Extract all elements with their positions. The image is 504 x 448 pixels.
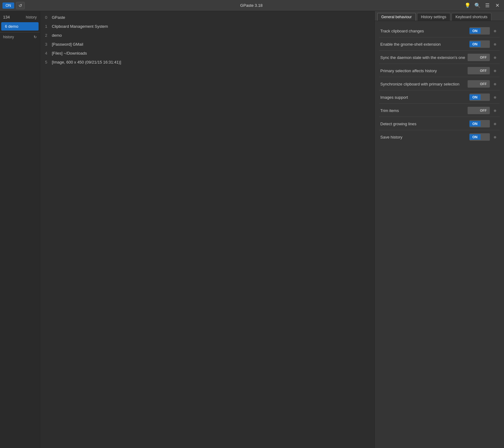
toggle-off-btn-primary-selection[interactable]: OFF (477, 68, 490, 73)
toggle-enable-extension[interactable]: ON (469, 40, 490, 48)
item-text: [Files] ~/Downloads (52, 51, 87, 56)
reset-sync-primary[interactable]: ● (492, 81, 498, 87)
setting-controls-trim-items: OFF● (468, 107, 498, 114)
sidebar-active-label: demo (8, 24, 19, 29)
content-area: 0GPaste1Clipboard Management System2demo… (40, 11, 504, 448)
toggle-trim-items[interactable]: OFF (468, 107, 490, 114)
reset-trim-items[interactable]: ● (492, 107, 498, 114)
item-text: [Password] GMail (52, 42, 83, 47)
toggle-sync-daemon[interactable]: OFF (468, 54, 490, 61)
toggle-detect-growing[interactable]: ON (469, 120, 490, 127)
setting-controls-detect-growing: ON● (469, 120, 499, 127)
toggle-on-track-clipboard[interactable]: ON (469, 28, 481, 34)
item-index: 5 (45, 60, 49, 64)
on-button[interactable]: ON (2, 2, 14, 9)
lightbulb-icon: 💡 (465, 2, 471, 8)
item-index: 1 (45, 24, 49, 29)
toggle-off-btn-sync-daemon[interactable]: OFF (477, 55, 490, 60)
sidebar-divider (0, 32, 40, 32)
setting-controls-images-support: ON● (469, 93, 499, 101)
setting-label-save-history: Save history (380, 135, 403, 139)
setting-row-save-history: Save historyON● (379, 131, 500, 143)
setting-controls-enable-extension: ON● (469, 40, 499, 48)
sidebar: 134 history 6 demo history ↻ (0, 11, 40, 448)
setting-row-sync-daemon: Sync the daemon state with the extension… (379, 51, 500, 64)
toggle-on-enable-extension[interactable]: ON (469, 41, 481, 47)
setting-row-enable-extension: Enable the gnome-shell extensionON● (379, 38, 500, 51)
setting-label-sync-primary: Synchronize clipboard with primary selec… (380, 82, 460, 86)
tab-history[interactable]: History settings (417, 13, 450, 21)
reset-primary-selection[interactable]: ● (492, 67, 498, 74)
toggle-track-clipboard[interactable]: ON (469, 27, 490, 35)
toggle-sync-primary[interactable]: OFF (468, 80, 490, 88)
refresh-icon: ↺ (19, 3, 22, 8)
settings-body: Track clipboard changesON●Enable the gno… (375, 21, 504, 147)
tab-keyboard[interactable]: Keyboard shortcuts (452, 13, 491, 21)
titlebar-left: ON ↺ (2, 2, 39, 9)
search-button[interactable]: 🔍 (473, 1, 482, 10)
history-label: history (26, 15, 37, 19)
setting-row-sync-primary: Synchronize clipboard with primary selec… (379, 78, 500, 90)
item-text: demo (52, 33, 62, 38)
titlebar-right: 💡 🔍 ☰ ✕ (463, 1, 502, 10)
sidebar-header: 134 history (0, 12, 40, 22)
tab-general[interactable]: General behaviour (377, 13, 416, 21)
setting-row-trim-items: Trim itemsOFF● (379, 104, 500, 117)
reset-track-clipboard[interactable]: ● (492, 27, 498, 34)
refresh-button[interactable]: ↺ (16, 2, 25, 9)
toggle-on-detect-growing[interactable]: ON (469, 121, 481, 127)
item-index: 4 (45, 51, 49, 56)
titlebar: ON ↺ GPaste 3.18 💡 🔍 ☰ ✕ (0, 0, 504, 11)
item-text: Clipboard Management System (52, 24, 108, 29)
sidebar-history-label: history (3, 35, 14, 39)
settings-tabs: General behaviour History settings Keybo… (375, 11, 504, 21)
history-count: 134 (3, 15, 10, 19)
toggle-off-btn-sync-primary[interactable]: OFF (477, 81, 490, 87)
setting-row-track-clipboard: Track clipboard changesON● (379, 25, 500, 37)
close-icon: ✕ (495, 2, 499, 8)
setting-controls-primary-selection: OFF● (468, 67, 498, 74)
setting-row-primary-selection: Primary selection affects historyOFF● (379, 64, 500, 77)
settings-panel: General behaviour History settings Keybo… (374, 11, 504, 448)
item-index: 0 (45, 15, 49, 20)
main-layout: 134 history 6 demo history ↻ 0GPaste1Cli… (0, 11, 504, 448)
item-index: 3 (45, 42, 49, 47)
reset-save-history[interactable]: ● (492, 134, 498, 140)
setting-row-images-support: Images supportON● (379, 91, 500, 104)
reset-detect-growing[interactable]: ● (492, 120, 498, 127)
setting-controls-sync-primary: OFF● (468, 80, 498, 88)
search-icon: 🔍 (474, 2, 481, 8)
toggle-primary-selection[interactable]: OFF (468, 67, 490, 74)
toggle-on-images-support[interactable]: ON (469, 94, 481, 100)
sidebar-history-icon: ↻ (34, 35, 37, 39)
reset-images-support[interactable]: ● (492, 94, 498, 101)
close-button[interactable]: ✕ (493, 1, 502, 10)
setting-label-track-clipboard: Track clipboard changes (380, 29, 424, 33)
setting-label-enable-extension: Enable the gnome-shell extension (380, 42, 441, 47)
setting-controls-sync-daemon: OFF● (468, 54, 498, 61)
item-text: GPaste (52, 15, 65, 20)
titlebar-title: GPaste 3.18 (39, 3, 463, 8)
menu-icon: ☰ (485, 2, 490, 8)
reset-sync-daemon[interactable]: ● (492, 54, 498, 61)
lightbulb-button[interactable]: 💡 (463, 1, 472, 10)
setting-row-detect-growing: Detect growing linesON● (379, 118, 500, 130)
setting-controls-save-history: ON● (469, 133, 499, 141)
setting-label-trim-items: Trim items (380, 108, 399, 113)
setting-label-primary-selection: Primary selection affects history (380, 68, 437, 73)
toggle-save-history[interactable]: ON (469, 133, 490, 141)
sidebar-item-demo[interactable]: 6 demo (1, 22, 39, 31)
reset-enable-extension[interactable]: ● (492, 41, 498, 48)
item-index: 2 (45, 33, 49, 38)
toggle-off-btn-trim-items[interactable]: OFF (477, 108, 490, 113)
toggle-on-save-history[interactable]: ON (469, 134, 481, 140)
setting-label-detect-growing: Detect growing lines (380, 122, 416, 126)
menu-button[interactable]: ☰ (483, 1, 492, 10)
setting-label-images-support: Images support (380, 95, 408, 100)
item-text: [Image, 600 x 450 (09/21/15 16:31:41)] (52, 60, 121, 64)
sidebar-history-row[interactable]: history ↻ (0, 34, 40, 40)
sidebar-active-index: 6 (5, 24, 7, 29)
setting-controls-track-clipboard: ON● (469, 27, 499, 35)
setting-label-sync-daemon: Sync the daemon state with the extension… (380, 55, 465, 60)
toggle-images-support[interactable]: ON (469, 93, 490, 101)
